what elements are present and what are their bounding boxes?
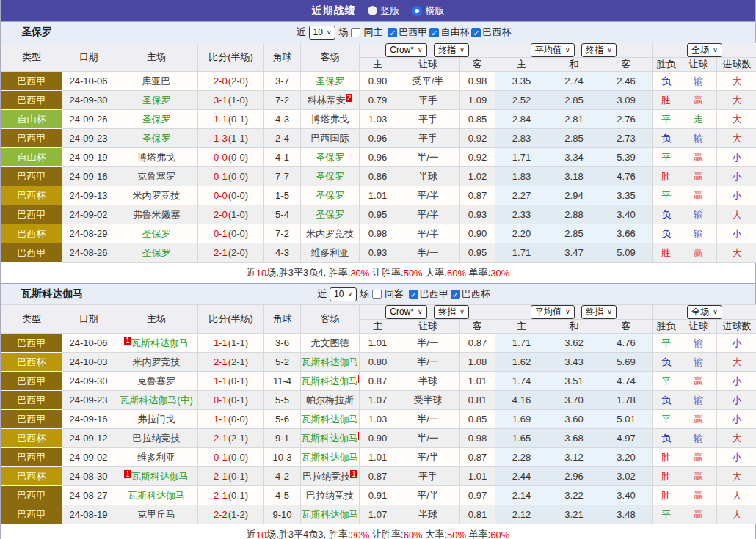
home-team: 1瓦斯科达伽马 <box>115 467 198 486</box>
result-goals: 大 <box>717 129 756 148</box>
subcol-away-odds: 客 <box>460 320 495 334</box>
team-name: 克鲁塞罗 <box>137 375 175 386</box>
match-date: 24-09-02 <box>62 448 115 467</box>
away-team: 圣保罗 <box>301 148 360 167</box>
fulltime-score: 2-1 <box>214 490 228 501</box>
summary-segment: 场,胜3平4负3, 胜率: <box>266 528 350 539</box>
halftime-score: (1-0) <box>228 209 248 220</box>
team-name: 维多利亚 <box>137 452 175 463</box>
average-select[interactable]: 平均值∨ <box>531 305 575 319</box>
radio-selected-icon <box>412 6 422 16</box>
handicap-line: 受半球 <box>396 391 460 410</box>
final-odds-select[interactable]: 终指∨ <box>434 43 469 57</box>
match-row: 自由杯24-09-19博塔弗戈0-0(0-0)4-1圣保罗0.96半/一0.92… <box>1 148 756 167</box>
corner-score: 7-2 <box>264 91 301 110</box>
summary-segment: 30% <box>350 268 369 279</box>
result-outcome: 平 <box>653 334 680 353</box>
league-checkbox[interactable]: ✓ <box>471 28 481 37</box>
layout-option-horizontal[interactable]: 横版 <box>412 4 445 18</box>
avg-odds-away: 3.20 <box>600 448 653 467</box>
match-date: 24-10-03 <box>62 353 115 372</box>
average-select[interactable]: 平均值∨ <box>531 43 575 57</box>
chevron-down-icon: ∨ <box>347 289 352 300</box>
bookmaker-select[interactable]: Crow*∨ <box>385 305 426 319</box>
home-odds: 0.87 <box>360 467 396 486</box>
match-date: 24-08-19 <box>62 505 115 524</box>
scope-select[interactable]: 全场∨ <box>687 305 722 319</box>
home-odds: 1.01 <box>360 186 396 205</box>
team-name: 圣保罗 <box>142 133 171 144</box>
handicap-line: 半球 <box>396 372 460 391</box>
chevron-down-icon: ∨ <box>713 307 718 318</box>
match-score: 0-1(0-0) <box>198 224 264 243</box>
match-date: 24-09-23 <box>62 129 115 148</box>
league-filter: ✓自由杯 <box>429 26 469 39</box>
league-checkbox[interactable]: ✓ <box>451 290 460 299</box>
subcol-handicap: 让球 <box>396 320 460 334</box>
final-odds-select-2[interactable]: 终指∨ <box>581 305 617 319</box>
away-team: 瓦斯科达伽马 <box>301 353 360 372</box>
match-date: 24-09-23 <box>62 391 115 410</box>
average-group-header: 平均值∨ 终指∨ <box>495 43 653 58</box>
league-checkbox[interactable]: ✓ <box>388 28 397 37</box>
match-date: 24-09-16 <box>62 167 115 186</box>
odds-group-header: Crow*∨ 终指∨ <box>360 305 495 320</box>
recent-count-select[interactable]: 10 ∨ <box>309 26 336 40</box>
result-outcome: 负 <box>653 205 680 224</box>
home-team: 瓦斯科达伽马(中) <box>115 391 198 410</box>
fulltime-score: 1-1 <box>214 375 228 386</box>
team-name: 克鲁塞罗 <box>137 171 175 182</box>
result-outcome: 平 <box>653 505 680 524</box>
team-name: 圣保罗 <box>316 76 344 87</box>
team-name: 圣保罗 <box>142 247 171 258</box>
final-odds-select-2[interactable]: 终指∨ <box>581 43 617 57</box>
same-venue-checkbox[interactable] <box>351 28 360 37</box>
bookmaker-select[interactable]: Crow*∨ <box>385 43 426 57</box>
away-odds: 0.85 <box>460 110 495 129</box>
subcol-outcome: 胜负 <box>653 320 680 334</box>
avg-odds-away: 2.73 <box>600 129 653 148</box>
handicap-line: 半/一 <box>396 410 460 429</box>
team-name: 米内罗竞技 <box>133 190 181 201</box>
col-home: 主场 <box>115 305 198 334</box>
subcol-handicap: 让球 <box>396 58 460 72</box>
avg-odds-draw: 2.88 <box>548 205 600 224</box>
filter-bar: 近 10 ∨ 场 同主 ✓巴西甲✓自由杯✓巴西杯 <box>297 26 512 40</box>
league-checkbox[interactable]: ✓ <box>409 290 418 299</box>
layout-option-vertical[interactable]: 竖版 <box>368 4 400 18</box>
league-tag: 巴西杯 <box>1 429 62 448</box>
avg-odds-draw: 3.12 <box>548 448 600 467</box>
summary-segment: 30% <box>490 268 509 279</box>
section-title: 圣保罗 <box>21 26 52 39</box>
away-odds: 0.81 <box>460 505 495 524</box>
halftime-score: (0-1) <box>228 395 248 406</box>
result-handicap: 赢 <box>680 467 717 486</box>
same-venue-checkbox[interactable] <box>372 290 382 299</box>
home-odds: 0.93 <box>360 243 396 263</box>
result-goals: 大 <box>717 243 756 263</box>
team-name: 博塔弗戈 <box>137 152 175 163</box>
scope-select[interactable]: 全场∨ <box>687 43 722 57</box>
league-checkbox-label: 巴西杯 <box>462 287 490 301</box>
match-date: 24-09-12 <box>62 429 115 448</box>
final-odds-select[interactable]: 终指∨ <box>434 305 469 319</box>
corner-score: 10-3 <box>264 448 301 467</box>
avg-odds-away: 3.40 <box>600 205 653 224</box>
match-row: 巴西甲24-09-16克鲁塞罗0-1(0-0)7-7圣保罗0.86半球1.021… <box>1 167 756 186</box>
avg-odds-away: 1.78 <box>600 391 653 410</box>
col-score: 比分(半场) <box>198 305 264 334</box>
team-name: 库亚巴 <box>142 76 171 87</box>
league-checkbox[interactable]: ✓ <box>429 28 439 37</box>
result-goals: 小 <box>717 334 756 353</box>
handicap-line: 半/一 <box>396 334 460 353</box>
match-row: 巴西甲24-09-23瓦斯科达伽马(中)0-1(0-1)5-5帕尔梅拉斯1.07… <box>1 391 756 410</box>
recent-count-select[interactable]: 10 ∨ <box>330 287 357 301</box>
match-score: 2-2(1-2) <box>198 505 264 524</box>
corner-score: 4-5 <box>264 486 301 505</box>
home-team: 弗鲁米嫩塞 <box>115 205 198 224</box>
handicap-line: 平/半 <box>396 205 460 224</box>
summary-segment: 10 <box>256 268 266 279</box>
away-team: 瓦斯科达伽马1 <box>301 429 360 448</box>
result-outcome: 平 <box>653 110 680 129</box>
avg-odds-home: 2.12 <box>495 505 548 524</box>
